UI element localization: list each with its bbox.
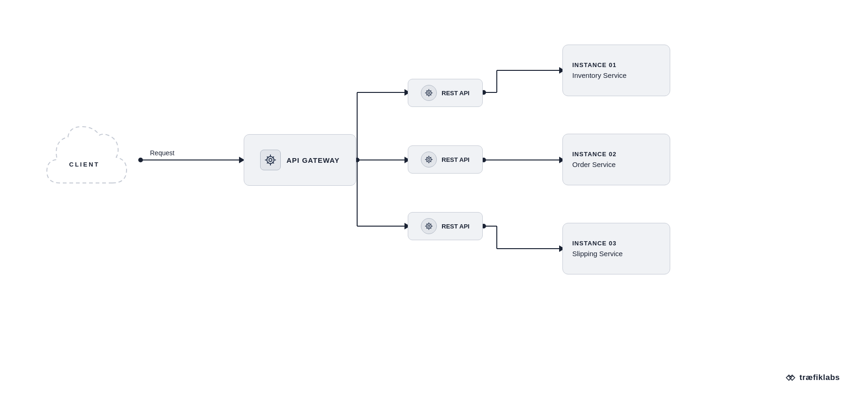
traefik-logo-icon xyxy=(784,371,797,384)
rest-icon-2 xyxy=(421,152,437,167)
rest-icon-1 xyxy=(421,85,437,101)
instance-3-box: INSTANCE 03 Slipping Service xyxy=(562,223,670,274)
instance-2-name: Order Service xyxy=(572,160,616,168)
traefik-logo: træfiklabs xyxy=(784,371,840,384)
client-cloud: CLIENT xyxy=(28,122,141,206)
api-gateway-box: API GATEWAY xyxy=(244,134,356,186)
rest-label-2: REST API xyxy=(441,156,469,163)
rest-icon-3 xyxy=(421,218,437,234)
svg-point-25 xyxy=(269,159,272,162)
svg-point-29 xyxy=(428,159,430,161)
gateway-label: API GATEWAY xyxy=(286,156,340,164)
svg-point-31 xyxy=(428,225,430,228)
rest-label-1: REST API xyxy=(441,90,469,97)
instance-1-name: Inventory Service xyxy=(572,71,627,79)
svg-point-30 xyxy=(427,157,432,162)
request-label: Request xyxy=(150,149,174,157)
rest-api-2: REST API xyxy=(408,145,483,174)
svg-point-27 xyxy=(428,92,430,94)
instance-2-box: INSTANCE 02 Order Service xyxy=(562,134,670,185)
svg-point-28 xyxy=(427,91,432,96)
instance-2-number: INSTANCE 02 xyxy=(572,151,617,158)
rest-api-1: REST API xyxy=(408,79,483,107)
brand-name: træfiklabs xyxy=(800,373,840,382)
instance-3-number: INSTANCE 03 xyxy=(572,240,617,247)
client-label: CLIENT xyxy=(69,161,100,168)
rest-api-3: REST API xyxy=(408,212,483,240)
instance-1-box: INSTANCE 01 Inventory Service xyxy=(562,45,670,96)
rest-label-3: REST API xyxy=(441,223,469,230)
svg-point-32 xyxy=(427,224,432,229)
svg-point-26 xyxy=(267,156,274,163)
gateway-icon xyxy=(260,150,281,170)
diagram-canvas: CLIENT Request API GATEWAY REST API xyxy=(0,0,868,403)
instance-1-number: INSTANCE 01 xyxy=(572,61,617,68)
instance-3-name: Slipping Service xyxy=(572,250,623,258)
